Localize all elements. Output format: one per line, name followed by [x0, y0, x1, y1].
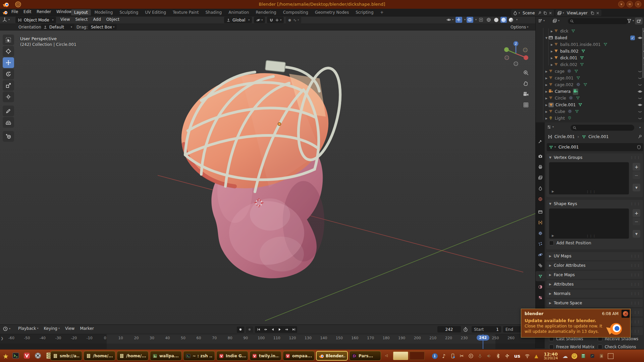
- outliner-row-Circle[interactable]: ▶Circle: [536, 95, 644, 102]
- outliner-item-label[interactable]: cage.001: [555, 76, 574, 80]
- viewport-menu-view[interactable]: View: [58, 17, 72, 22]
- proportional-edit-toggle[interactable]: ● ∿▾: [286, 17, 301, 23]
- tray-weather[interactable]: ☁: [562, 353, 569, 359]
- orientation-dropdown[interactable]: Global ▾: [224, 17, 252, 23]
- disclosure-arrow[interactable]: ▶: [544, 70, 548, 73]
- shape-keys-header[interactable]: ▼ Shape Keys ⋮⋮⋮: [546, 200, 643, 208]
- disclosure-arrow[interactable]: ▶: [550, 63, 554, 66]
- properties-tab-world[interactable]: [536, 194, 545, 204]
- outliner-row-Circle-001[interactable]: ▶Circle.001: [536, 102, 644, 108]
- shading-wireframe-button[interactable]: [485, 17, 492, 23]
- pan-tool-button[interactable]: [522, 79, 530, 87]
- disclosure-arrow[interactable]: ▶: [544, 90, 548, 93]
- disclosure-arrow[interactable]: ▶: [544, 83, 548, 86]
- options-dropdown[interactable]: Options▾: [511, 25, 528, 29]
- keying-set-button[interactable]: [246, 326, 253, 333]
- playhead[interactable]: 242: [477, 334, 489, 349]
- fake-user-shield-icon[interactable]: [637, 145, 641, 149]
- record-button[interactable]: [237, 326, 244, 333]
- properties-tab-object-data[interactable]: [536, 271, 545, 281]
- tab-layout[interactable]: Layout: [71, 9, 91, 15]
- disclosure-arrow[interactable]: ▶: [544, 110, 548, 113]
- properties-tab-particles[interactable]: [536, 239, 545, 249]
- texture-space-panel[interactable]: ▶Texture Space⋮⋮⋮: [546, 299, 643, 307]
- tray-books[interactable]: a: [598, 353, 605, 359]
- viewlayer-selector[interactable]: ▾ ViewLayer: [555, 10, 601, 16]
- list-expand-arrow[interactable]: ▶: [552, 234, 554, 237]
- color-attributes-panel[interactable]: ▶Color Attributes⋮⋮⋮: [546, 261, 643, 269]
- properties-tab-output[interactable]: [536, 162, 545, 172]
- shading-material-button[interactable]: [500, 17, 507, 23]
- navigation-gizmo[interactable]: Z: [504, 41, 528, 66]
- tab-shading[interactable]: Shading: [202, 9, 225, 15]
- gizmo-y-neg[interactable]: [523, 48, 527, 52]
- tool-move-button[interactable]: [3, 57, 14, 68]
- tool-annotate-button[interactable]: [3, 106, 14, 116]
- tray-calculator[interactable]: [580, 353, 587, 359]
- breadcrumb-object-name[interactable]: Circle.001: [554, 134, 575, 139]
- timeline-editor-type-button[interactable]: ▾: [3, 326, 10, 331]
- pin-icon[interactable]: [538, 11, 542, 15]
- tab-modeling[interactable]: Modeling: [92, 9, 116, 15]
- eye-closed-icon[interactable]: [636, 109, 644, 114]
- tray-music[interactable]: ♪: [440, 353, 447, 359]
- new-viewlayer-icon[interactable]: [590, 11, 594, 15]
- current-frame-field[interactable]: 242: [437, 326, 461, 333]
- gizmo-x-axis[interactable]: [524, 55, 528, 60]
- tray-clock[interactable]: 12:403/20/24: [542, 353, 559, 359]
- outliner-item-label[interactable]: Cube: [555, 109, 565, 114]
- tray-keyboard[interactable]: us: [513, 353, 522, 359]
- timeline-menu-playback[interactable]: Playback▾: [15, 326, 41, 331]
- close-scene-icon[interactable]: [548, 11, 552, 15]
- tab-compositing[interactable]: Compositing: [280, 9, 311, 15]
- properties-editor-type-button[interactable]: ▾: [547, 125, 554, 129]
- prev-keyframe-button[interactable]: [262, 326, 269, 333]
- new-scene-icon[interactable]: [543, 11, 547, 15]
- disclosure-arrow[interactable]: ▶: [550, 57, 554, 60]
- list-resize-grip[interactable]: ⋮⋮⋮: [586, 190, 596, 193]
- window-menu-button[interactable]: ≡: [627, 1, 633, 7]
- properties-tab-modifiers[interactable]: [536, 228, 545, 238]
- uv-maps-panel[interactable]: ▶UV Maps⋮⋮⋮: [546, 252, 643, 260]
- outliner-filter-button[interactable]: ▾: [627, 18, 634, 23]
- timeline-menu-marker[interactable]: Marker: [77, 326, 96, 331]
- launcher-vivaldi[interactable]: [23, 352, 31, 361]
- vertex-group-remove-button[interactable]: −: [633, 171, 640, 179]
- disclosure-arrow[interactable]: ▶: [550, 30, 554, 33]
- tray-mic[interactable]: [477, 353, 483, 359]
- tab-sculpting[interactable]: Sculpting: [116, 9, 141, 15]
- snap-toggle[interactable]: ▾: [267, 17, 284, 23]
- editor-type-button[interactable]: ▾: [2, 17, 10, 22]
- disclosure-arrow[interactable]: ▶: [550, 43, 554, 46]
- taskbar-window-smba[interactable]: smb://a...: [50, 351, 82, 361]
- shading-solid-button[interactable]: [493, 17, 499, 23]
- checkbox[interactable]: [549, 345, 554, 349]
- datablock-field[interactable]: ▾ Circle.001: [547, 143, 643, 151]
- outliner-row-Camera[interactable]: ▶Camera: [536, 88, 644, 95]
- properties-tab-view-layer[interactable]: [536, 173, 545, 183]
- outliner-item-label[interactable]: dick.001: [560, 56, 577, 60]
- menu-file[interactable]: File: [9, 9, 21, 14]
- tray-info[interactable]: i: [431, 353, 438, 359]
- orientation-default-dropdown[interactable]: Default ▾: [41, 24, 74, 30]
- taskbar-window-indieg[interactable]: Indie G...: [216, 351, 248, 361]
- visibility-dropdown[interactable]: ▾: [445, 17, 454, 23]
- outliner-item-label[interactable]: dick: [560, 29, 569, 34]
- disclosure-arrow[interactable]: ▶: [544, 97, 548, 100]
- vertex-group-add-button[interactable]: +: [633, 163, 640, 171]
- outliner-row-balls-002[interactable]: ▶balls.002: [536, 48, 644, 55]
- pager-desktop-2[interactable]: [410, 352, 425, 360]
- xray-toggle[interactable]: [478, 17, 484, 23]
- taskbar-window-home[interactable]: /home/...: [84, 351, 115, 361]
- tray-updates[interactable]: ▲: [533, 353, 540, 359]
- mode-dropdown[interactable]: Object Mode ▾: [15, 17, 56, 23]
- breadcrumb-data-name[interactable]: Circle.001: [588, 134, 608, 139]
- ruler-expand-arrow[interactable]: ❯: [1, 337, 3, 340]
- scene-selector[interactable]: ▾ Scene: [511, 10, 554, 16]
- tab-rendering[interactable]: Rendering: [253, 9, 279, 15]
- launcher-terminal[interactable]: [12, 352, 20, 361]
- eye-open-icon[interactable]: [636, 103, 644, 107]
- gizmo-y-axis[interactable]: [504, 47, 509, 52]
- tray-desktop[interactable]: [607, 353, 614, 359]
- add-rest-position-checkbox[interactable]: [549, 241, 554, 245]
